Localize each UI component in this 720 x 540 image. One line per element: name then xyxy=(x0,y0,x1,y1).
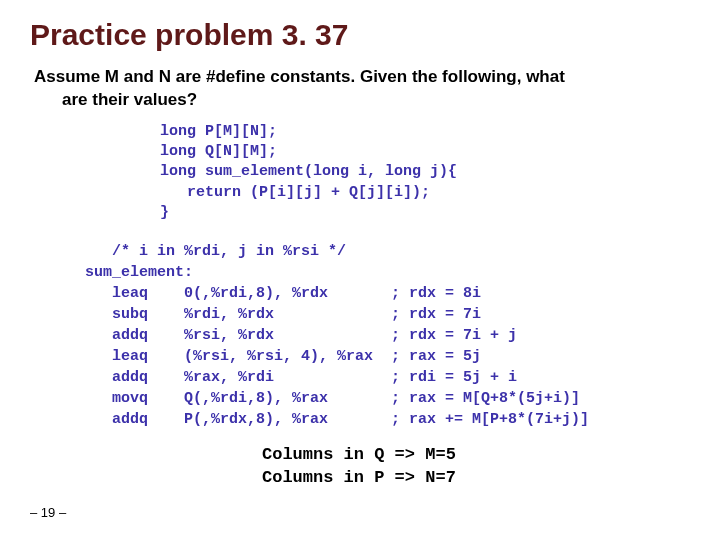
slide-subtitle: Assume M and N are #define constants. Gi… xyxy=(30,66,690,112)
slide-title: Practice problem 3. 37 xyxy=(30,18,690,52)
subtitle-line1: Assume M and N are #define constants. Gi… xyxy=(34,67,565,86)
subtitle-line2: are their values? xyxy=(34,89,690,112)
asm-code-block: /* i in %rdi, j in %rsi */ sum_element: … xyxy=(30,241,690,430)
slide: Practice problem 3. 37 Assume M and N ar… xyxy=(0,0,720,540)
conclusion-text: Columns in Q => M=5 Columns in P => N=7 xyxy=(30,444,690,490)
page-number: – 19 – xyxy=(30,505,66,520)
c-code-block: long P[M][N]; long Q[N][M]; long sum_ele… xyxy=(30,122,690,223)
